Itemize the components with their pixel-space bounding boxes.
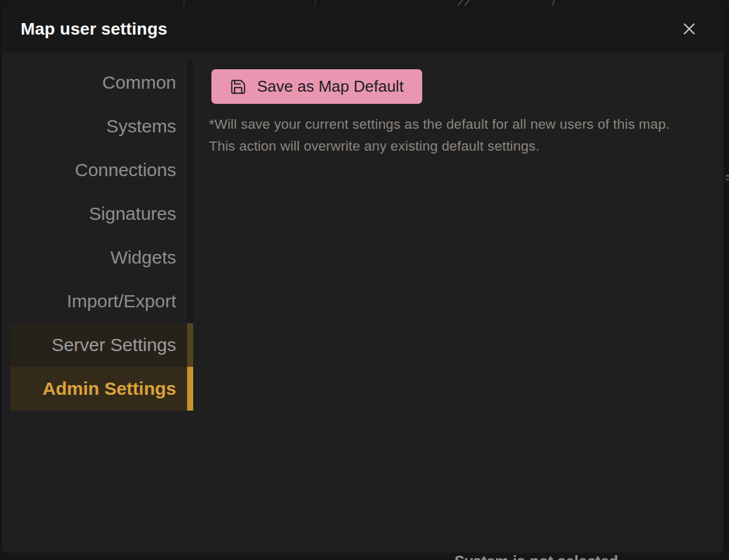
tab-widgets[interactable]: Widgets (10, 236, 193, 279)
tab-label: Widgets (111, 247, 176, 268)
tab-common[interactable]: Common (10, 61, 193, 104)
background-connection-line (457, 0, 464, 5)
save-default-note: *Will save your current settings as the … (209, 114, 690, 157)
background-ui-fragment (726, 175, 729, 183)
save-as-map-default-button[interactable]: Save as Map Default (211, 69, 422, 104)
tab-indicator-track (187, 236, 193, 279)
background-divider-line (315, 0, 316, 5)
tab-label: Import/Export (67, 291, 176, 312)
tab-indicator-track (187, 279, 193, 323)
admin-settings-panel: Save as Map Default *Will save your curr… (193, 52, 724, 553)
background-placeholder-text: System is not selected (454, 554, 618, 560)
tab-label: Server Settings (52, 335, 176, 355)
background-map-strip-bottom: System is not selected (0, 553, 729, 560)
background-divider-line (183, 0, 185, 5)
tab-server-settings[interactable]: Server Settings (10, 323, 193, 367)
tab-active-indicator (187, 367, 193, 411)
tab-indicator-track (187, 323, 193, 367)
tab-label: Admin Settings (43, 378, 176, 399)
save-icon (230, 78, 247, 95)
background-connection-line (552, 0, 556, 5)
close-button[interactable] (674, 15, 703, 44)
save-button-label: Save as Map Default (257, 77, 403, 96)
tab-indicator-track (187, 148, 193, 192)
tab-indicator-track (187, 104, 193, 148)
tab-label: Systems (106, 116, 176, 137)
tab-label: Common (102, 72, 176, 93)
dialog-title: Map user settings (21, 19, 167, 39)
dialog-header: Map user settings (2, 5, 724, 52)
tab-import-export[interactable]: Import/Export (10, 279, 193, 323)
tab-connections[interactable]: Connections (10, 148, 193, 192)
background-connection-line (464, 0, 471, 5)
tab-admin-settings[interactable]: Admin Settings (10, 367, 193, 411)
tab-indicator-track (187, 192, 193, 236)
tab-label: Signatures (89, 203, 176, 224)
map-user-settings-dialog: Map user settings Common Systems Connect… (2, 5, 724, 553)
tab-label: Connections (75, 160, 176, 180)
tab-signatures[interactable]: Signatures (10, 192, 193, 236)
tab-systems[interactable]: Systems (10, 104, 193, 148)
tab-indicator-track (187, 61, 193, 104)
background-map-strip-top (0, 0, 729, 5)
settings-tab-list: Common Systems Connections Signatures Wi… (2, 52, 193, 553)
close-icon (681, 21, 697, 37)
dialog-body: Common Systems Connections Signatures Wi… (2, 52, 724, 553)
